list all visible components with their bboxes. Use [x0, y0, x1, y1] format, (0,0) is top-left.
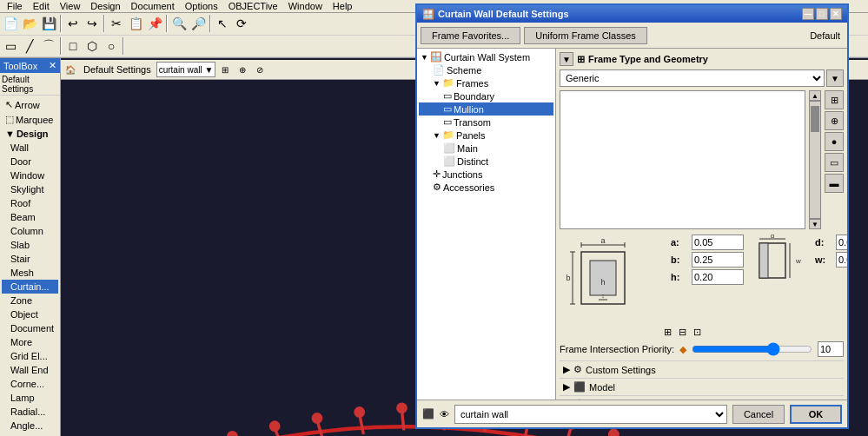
tree-junctions[interactable]: ✛ Junctions [419, 168, 553, 181]
tree-curtain-wall-system[interactable]: ▼ 🪟 Curtain Wall System [419, 50, 553, 63]
dialog-title-left: 🪟 Curtain Wall Default Settings [422, 9, 569, 20]
tool-angle[interactable]: Angle... [2, 419, 58, 433]
tree-transom[interactable]: ▭ Transom [419, 116, 553, 129]
dialog-max-btn[interactable]: □ [816, 8, 828, 20]
tool-column[interactable]: Column [2, 224, 58, 238]
preview-scrollbar[interactable]: ▲ ▼ [809, 90, 821, 229]
open-btn[interactable]: 📂 [20, 14, 39, 33]
frame-favorites-btn[interactable]: Frame Favorites... [421, 27, 520, 44]
circle-tool[interactable]: ○ [102, 36, 121, 56]
tree-main[interactable]: ⬜ Main [419, 142, 553, 155]
tool-skylight[interactable]: Skylight [2, 182, 58, 196]
tool-marquee[interactable]: ⬚ Marquee [2, 112, 58, 127]
redo-btn[interactable]: ↪ [83, 14, 102, 33]
priority-slider[interactable] [692, 344, 812, 354]
menu-document[interactable]: Document [126, 0, 180, 12]
menu-objective[interactable]: OBJECTive [223, 0, 283, 12]
section-collapse-btn[interactable]: ▼ [560, 52, 573, 66]
priority-input[interactable] [818, 341, 844, 357]
zoom-in-btn[interactable]: 🔍 [169, 14, 189, 33]
tree-frames[interactable]: ▼ 📁 Frames [419, 76, 553, 89]
dialog-min-btn[interactable]: — [802, 8, 814, 20]
side-btn-4[interactable]: ▭ [825, 153, 844, 172]
arc-tool[interactable]: ⌒ [39, 36, 58, 56]
frame-type-select[interactable]: Generic [560, 69, 825, 87]
side-btn-3[interactable]: ● [825, 132, 844, 151]
tool-mesh[interactable]: Mesh [2, 266, 58, 280]
dim-h-input[interactable] [692, 269, 744, 285]
priority-icons-row: ⊞ ⊟ ⊡ [560, 327, 844, 338]
tool-roof[interactable]: Roof [2, 196, 58, 210]
rotate-btn[interactable]: ⟳ [232, 14, 251, 33]
menu-view[interactable]: View [55, 0, 86, 12]
toolbox-header: ToolBox ✕ [0, 58, 60, 73]
tool-radial[interactable]: Radial... [2, 405, 58, 419]
side-btn-5[interactable]: ▬ [825, 174, 844, 193]
dim-a-input[interactable] [692, 235, 744, 250]
ok-button[interactable]: OK [790, 405, 842, 424]
tree-panels[interactable]: ▼ 📁 Panels [419, 129, 553, 142]
canvas-btn4[interactable]: ⊘ [252, 62, 268, 77]
copy-btn[interactable]: 📋 [126, 14, 145, 33]
zoom-out-btn[interactable]: 🔎 [189, 14, 208, 33]
tool-object[interactable]: Object [2, 307, 58, 321]
paste-btn[interactable]: 📌 [145, 14, 164, 33]
tool-more[interactable]: More [2, 335, 58, 349]
footer-dropdown[interactable]: curtain wall [454, 405, 727, 424]
menu-options[interactable]: Options [180, 0, 223, 12]
save-btn[interactable]: 💾 [39, 14, 58, 33]
frame-type-dropdown-arrow[interactable]: ▼ [826, 69, 844, 87]
line-tool[interactable]: ╱ [20, 36, 39, 56]
tree-mullion[interactable]: ▭ Mullion [419, 102, 553, 116]
tool-window[interactable]: Window [2, 168, 58, 182]
tool-select[interactable]: ↖ Arrow [2, 97, 58, 112]
tool-slab[interactable]: Slab [2, 238, 58, 252]
menu-help[interactable]: Help [328, 0, 358, 12]
tool-wall[interactable]: Wall [2, 141, 58, 155]
side-btn-1[interactable]: ⊞ [825, 90, 844, 109]
menu-window[interactable]: Window [283, 0, 328, 12]
tool-wall-end[interactable]: Wall End [2, 363, 58, 377]
tool-grid[interactable]: Grid El... [2, 349, 58, 363]
tree-boundary[interactable]: ▭ Boundary [419, 89, 553, 102]
tool-stair[interactable]: Stair [2, 252, 58, 266]
tool-door[interactable]: Door [2, 155, 58, 168]
toolbox-close-icon[interactable]: ✕ [49, 60, 56, 71]
dim-d-input[interactable] [836, 235, 847, 250]
tool-document[interactable]: Document [2, 321, 58, 335]
undo-btn[interactable]: ↩ [63, 14, 83, 33]
wall-tool[interactable]: ▭ [1, 36, 20, 56]
uniform-frame-btn[interactable]: Uniform Frame Classes [524, 27, 647, 44]
section-title: Frame Type and Geometry [588, 54, 708, 64]
dialog-close-btn[interactable]: ✕ [830, 8, 842, 20]
tree-distinct[interactable]: ⬜ Distinct [419, 155, 553, 168]
cut-btn[interactable]: ✂ [107, 14, 126, 33]
tree-scheme[interactable]: 📄 Scheme [419, 63, 553, 76]
poly-tool[interactable]: ⬡ [83, 36, 102, 56]
scroll-up-btn[interactable]: ▲ [809, 90, 821, 101]
dim-b-input[interactable] [692, 252, 744, 268]
tree-accessories[interactable]: ⚙ Accessories [419, 181, 553, 194]
side-btn-2[interactable]: ⊕ [825, 111, 844, 130]
tool-lamp[interactable]: Lamp [2, 391, 58, 405]
menu-edit[interactable]: Edit [28, 0, 55, 12]
select-btn[interactable]: ↖ [213, 14, 232, 33]
tool-curtain[interactable]: Curtain... [2, 280, 58, 294]
curtain-wall-dropdown[interactable]: curtain wall ▼ [156, 62, 216, 77]
scroll-down-btn[interactable]: ▼ [809, 219, 821, 229]
model-section[interactable]: ▶ ⬛ Model [560, 378, 844, 395]
tool-beam[interactable]: Beam [2, 210, 58, 224]
rect-tool[interactable]: □ [63, 36, 83, 56]
canvas-btn3[interactable]: ⊕ [235, 62, 250, 77]
menu-design[interactable]: Design [85, 0, 125, 12]
tool-zone[interactable]: Zone [2, 294, 58, 307]
menu-file[interactable]: File [2, 0, 28, 12]
canvas-btn2[interactable]: ⊞ [217, 62, 233, 77]
custom-settings-section[interactable]: ▶ ⚙ Custom Settings [560, 360, 844, 378]
cancel-button[interactable]: Cancel [732, 405, 785, 424]
scrollbar-track[interactable] [809, 101, 821, 219]
dim-w-input[interactable] [836, 252, 847, 268]
tool-corner[interactable]: Corne... [2, 377, 58, 391]
new-btn[interactable]: 📄 [1, 14, 20, 33]
canvas-btn1[interactable]: 🏠 [63, 62, 78, 77]
